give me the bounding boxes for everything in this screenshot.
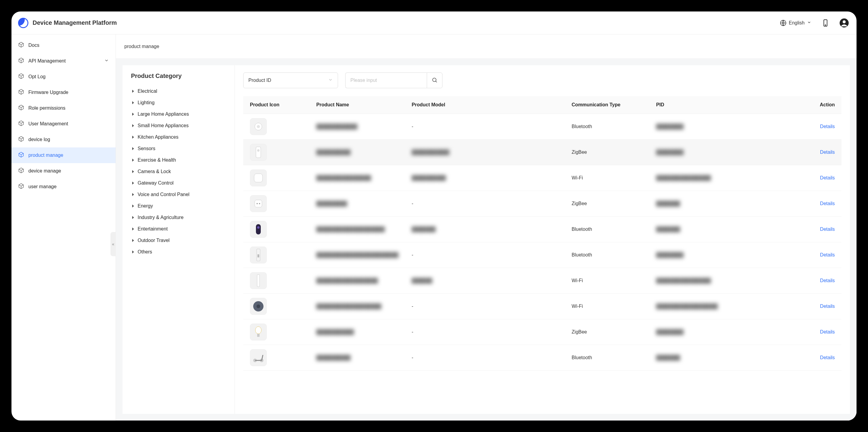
category-item-label: Industry & Agriculture <box>137 215 184 220</box>
sidebar-item[interactable]: device manage <box>11 163 116 179</box>
sidebar-item[interactable]: Firmware Upgrade <box>11 85 116 100</box>
sidebar-item[interactable]: product manage <box>11 147 116 163</box>
mobile-icon[interactable] <box>822 19 829 27</box>
svg-point-15 <box>257 226 259 229</box>
sidebar-item-label: Opt Log <box>28 74 45 80</box>
category-item-label: Others <box>137 249 152 255</box>
table-row[interactable]: ██████████████████ ██████ Wi-Fi ████████… <box>243 268 841 294</box>
sidebar-item-label: API Management <box>28 58 66 64</box>
cell-pid: ███████ <box>656 355 680 360</box>
category-item[interactable]: Industry & Agriculture <box>131 212 229 223</box>
sidebar-item[interactable]: API Management <box>11 53 116 69</box>
svg-rect-22 <box>257 334 259 337</box>
category-item[interactable]: Kitchen Appliances <box>131 132 229 143</box>
details-link[interactable]: Details <box>806 149 835 155</box>
table-row[interactable]: ████████████████ ██████████ Wi-Fi ██████… <box>243 165 841 191</box>
category-item[interactable]: Energy <box>131 200 229 212</box>
category-item[interactable]: Others <box>131 246 229 258</box>
cube-icon <box>18 89 24 96</box>
caret-right-icon <box>132 193 134 196</box>
col-header-pid: PID <box>650 96 799 114</box>
product-icon <box>250 272 267 289</box>
caret-right-icon <box>132 181 134 184</box>
main-panel: product manage Product Category Electric… <box>116 34 857 421</box>
cell-communication-type: Bluetooth <box>571 355 592 360</box>
category-panel: Product Category ElectricalLightingLarge… <box>123 65 235 414</box>
cell-pid: ██████████████████ <box>656 304 718 309</box>
details-link[interactable]: Details <box>806 355 835 361</box>
category-item[interactable]: Large Home Appliances <box>131 109 229 120</box>
search-button[interactable] <box>427 73 442 88</box>
details-link[interactable]: Details <box>806 252 835 258</box>
cell-product-name: ███████████ <box>316 329 354 335</box>
category-item[interactable]: Camera & Lock <box>131 166 229 177</box>
cell-product-model: ██████ <box>412 278 432 283</box>
caret-right-icon <box>132 147 134 150</box>
svg-point-4 <box>843 20 846 23</box>
category-item[interactable]: Gateway Control <box>131 177 229 189</box>
sidebar-item[interactable]: User Management <box>11 116 116 132</box>
details-link[interactable]: Details <box>806 227 835 232</box>
sidebar-item-label: device manage <box>28 168 61 174</box>
brand-logo-icon <box>18 18 28 28</box>
table-row[interactable]: ████████████ - Bluetooth ████████ Detail… <box>243 114 841 140</box>
caret-right-icon <box>132 170 134 173</box>
cell-communication-type: ZigBee <box>571 149 587 155</box>
category-item[interactable]: Small Home Appliances <box>131 120 229 132</box>
sidebar-item[interactable]: device log <box>11 132 116 147</box>
category-item[interactable]: Electrical <box>131 86 229 97</box>
svg-point-20 <box>256 305 260 308</box>
category-item-label: Gateway Control <box>137 180 174 186</box>
sidebar-item[interactable]: user manage <box>11 179 116 195</box>
sidebar-item[interactable]: Role permissions <box>11 100 116 116</box>
cell-product-model: - <box>412 355 413 360</box>
user-avatar-icon[interactable] <box>840 19 849 28</box>
chevron-down-icon <box>328 77 333 83</box>
cell-communication-type: ZigBee <box>571 329 587 335</box>
sidebar-item-label: Role permissions <box>28 106 65 111</box>
details-link[interactable]: Details <box>806 329 835 335</box>
table-row[interactable]: ██████████ - Bluetooth ███████ Details <box>243 345 841 371</box>
details-link[interactable]: Details <box>806 304 835 309</box>
cell-product-model: - <box>412 201 413 206</box>
details-link[interactable]: Details <box>806 278 835 283</box>
category-item-label: Electrical <box>137 88 157 94</box>
sidebar-collapse-handle[interactable]: « <box>111 232 116 256</box>
category-item[interactable]: Sensors <box>131 143 229 154</box>
cell-product-name: ████████████████ <box>316 175 371 180</box>
table-row[interactable]: ████████████████████ ███████ Bluetooth █… <box>243 217 841 242</box>
caret-right-icon <box>132 113 134 116</box>
cell-communication-type: ZigBee <box>571 201 587 206</box>
table-row[interactable]: ███████████████████ - Wi-Fi ████████████… <box>243 294 841 319</box>
svg-rect-8 <box>256 147 261 158</box>
globe-icon <box>780 20 786 26</box>
svg-rect-11 <box>255 200 262 207</box>
search-input[interactable] <box>345 73 427 88</box>
sidebar-item[interactable]: Opt Log <box>11 69 116 85</box>
cell-communication-type: Wi-Fi <box>571 278 583 283</box>
table-row[interactable]: ████████████████████████ - Bluetooth ███… <box>243 242 841 268</box>
cell-product-model: - <box>412 252 413 257</box>
search-field-select[interactable]: Product ID <box>243 73 338 88</box>
category-item[interactable]: Outdoor Travel <box>131 235 229 246</box>
category-item[interactable]: Exercise & Health <box>131 154 229 166</box>
table-row[interactable]: ██████████ ███████████ ZigBee ████████ D… <box>243 140 841 165</box>
category-item-label: Camera & Lock <box>137 169 171 174</box>
table-row[interactable]: ███████████ - ZigBee ████████ Details <box>243 319 841 345</box>
cell-pid: ███████ <box>656 201 680 206</box>
svg-point-13 <box>259 203 260 204</box>
category-item[interactable]: Entertainment <box>131 223 229 235</box>
language-switcher[interactable]: English <box>780 20 811 26</box>
cell-pid: ████████ <box>656 149 684 155</box>
details-link[interactable]: Details <box>806 175 835 181</box>
svg-point-7 <box>257 125 260 128</box>
cell-product-model: - <box>412 124 413 129</box>
details-link[interactable]: Details <box>806 201 835 206</box>
category-item[interactable]: Voice and Control Panel <box>131 189 229 200</box>
sidebar-item[interactable]: Docs <box>11 37 116 53</box>
details-link[interactable]: Details <box>806 124 835 129</box>
cube-icon <box>18 152 24 159</box>
table-row[interactable]: █████████ - ZigBee ███████ Details <box>243 191 841 217</box>
cell-pid: ████████ <box>656 124 684 129</box>
category-item[interactable]: Lighting <box>131 97 229 109</box>
